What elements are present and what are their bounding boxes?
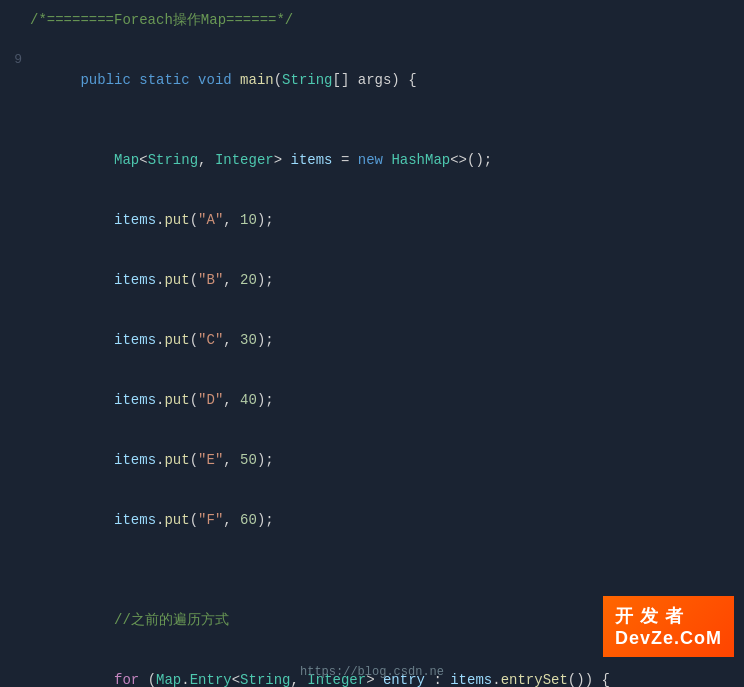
line-content: public static void main(String[] args) { (30, 50, 734, 110)
code-line (0, 110, 744, 130)
line-content: Map<String, Integer> items = new HashMap… (30, 130, 734, 190)
code-line: 9 public static void main(String[] args)… (0, 50, 744, 110)
code-line (0, 570, 744, 590)
watermark: 开 发 者DevZe.CoM (603, 596, 734, 657)
code-line (0, 30, 744, 50)
line-content (30, 550, 734, 570)
line-content: items.put("A", 10); (30, 190, 734, 250)
line-content: items.put("C", 30); (30, 310, 734, 370)
line-content: items.put("D", 40); (30, 370, 734, 430)
code-line: items.put("A", 10); (0, 190, 744, 250)
line-content: items.put("B", 20); (30, 250, 734, 310)
line-number: 9 (0, 50, 30, 70)
line-content: /*========Foreach操作Map======*/ (30, 10, 734, 30)
code-editor: /*========Foreach操作Map======*/ 9 public … (0, 0, 744, 687)
code-line: /*========Foreach操作Map======*/ (0, 10, 744, 30)
code-line: items.put("E", 50); (0, 430, 744, 490)
code-line: items.put("F", 60); (0, 490, 744, 550)
line-content (30, 30, 734, 50)
code-line: items.put("D", 40); (0, 370, 744, 430)
line-content (30, 570, 734, 590)
code-line: items.put("B", 20); (0, 250, 744, 310)
code-line: Map<String, Integer> items = new HashMap… (0, 130, 744, 190)
line-content: items.put("F", 60); (30, 490, 734, 550)
footer-url: https://blog.csdn.ne (300, 665, 444, 679)
line-content (30, 110, 734, 130)
code-line (0, 550, 744, 570)
code-line: items.put("C", 30); (0, 310, 744, 370)
line-content: items.put("E", 50); (30, 430, 734, 490)
